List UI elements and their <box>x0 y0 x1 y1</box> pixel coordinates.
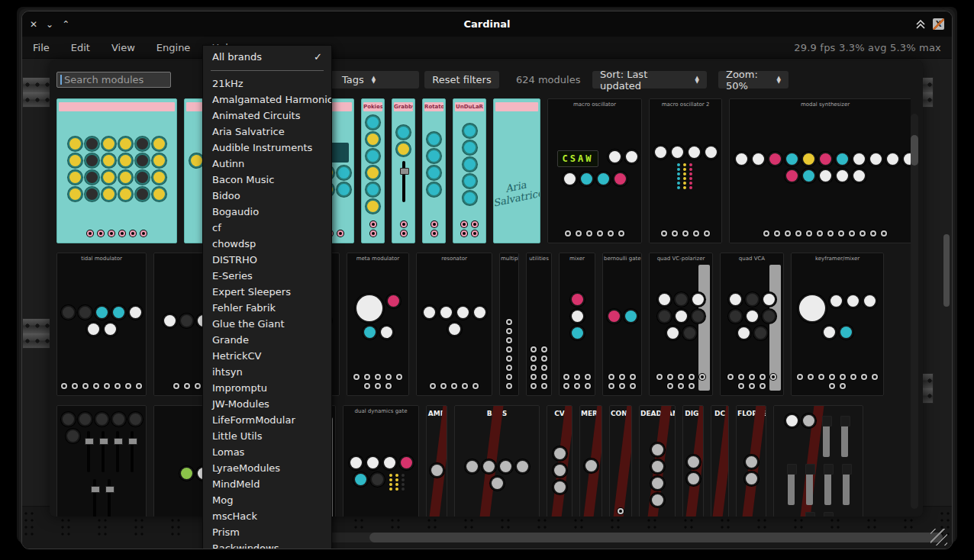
menu-item-brand[interactable]: Bogaudio <box>203 204 331 220</box>
browser-vertical-scrollbar[interactable] <box>911 114 918 509</box>
menu-edit[interactable]: Edit <box>71 42 90 53</box>
module-panel-keyframer-mixer[interactable]: keyframer/mixer <box>791 253 884 396</box>
module-panel-macro-oscillator[interactable]: macro oscillatorCSAW <box>547 98 642 243</box>
module-panel-pokies[interactable]: Pokies <box>361 98 385 243</box>
jack <box>661 230 667 237</box>
menu-file[interactable]: File <box>33 42 50 53</box>
module-panel-cv[interactable]: CV <box>547 405 572 517</box>
menu-item-brand[interactable]: chowdsp <box>203 236 331 252</box>
search-input[interactable]: Search modules <box>56 72 171 88</box>
menu-item-brand[interactable]: HetrickCV <box>203 348 331 364</box>
knob <box>652 461 663 472</box>
module-face <box>57 409 146 517</box>
close-icon[interactable]: ✕ <box>30 19 37 30</box>
knob <box>755 327 766 339</box>
sort-dropdown[interactable]: Sort: Last updated ▲▼ <box>592 71 707 89</box>
module-panel-rotatoes[interactable]: Rotatoes <box>422 98 446 243</box>
menu-item-brand[interactable]: Little Utils <box>203 428 331 444</box>
scrollbar-thumb[interactable] <box>369 533 943 542</box>
module-panel-resonator[interactable]: resonator <box>416 253 492 396</box>
menu-item-brand[interactable]: DISTRHO <box>203 252 331 268</box>
knob <box>864 295 876 307</box>
knob <box>763 311 775 322</box>
menu-item-brand[interactable]: Mog <box>203 492 331 508</box>
updown-arrows-icon: ▲▼ <box>372 76 376 84</box>
module-panel-mera[interactable]: MERA <box>579 405 602 517</box>
module-panel-bernoulli-gate[interactable]: bernoulli gate <box>602 253 642 396</box>
module-panel-macro-oscillator-2[interactable]: macro oscillator 2 <box>649 98 722 243</box>
maximize-icon[interactable]: ⌃ <box>62 19 69 30</box>
jack <box>531 356 537 362</box>
knob <box>103 172 114 183</box>
menu-item-brand[interactable]: LyraeModules <box>203 460 331 476</box>
module-panel-amp[interactable]: AMP <box>426 405 447 517</box>
jack <box>136 383 142 389</box>
module-panel-tidal-modulator[interactable]: tidal modulator <box>56 253 147 396</box>
resize-grip-icon[interactable] <box>930 529 947 546</box>
menu-item-brand[interactable]: Animated Circuits <box>203 108 331 124</box>
knob <box>803 153 814 165</box>
jack <box>872 374 878 380</box>
module-panel[interactable] <box>56 98 177 243</box>
menu-item-brand[interactable]: Impromptu <box>203 380 331 396</box>
menu-item-brand[interactable]: Glue the Giant <box>203 316 331 332</box>
module-panel-modal-synthesizer[interactable]: modal synthesizer <box>729 98 911 243</box>
menu-item-brand[interactable]: MindMeld <box>203 476 331 492</box>
menu-item-brand[interactable]: Audible Instruments <box>203 140 331 156</box>
module-panel-grabby[interactable]: Grabby <box>392 98 415 243</box>
scrollbar-thumb[interactable] <box>911 135 918 166</box>
menu-item-brand[interactable]: Autinn <box>203 156 331 172</box>
jack <box>838 230 844 237</box>
app-icon[interactable]: X <box>933 18 944 30</box>
menu-item-brand[interactable]: Rackwindows <box>203 540 331 549</box>
module-panel-deadband[interactable]: DEADBAND <box>639 405 676 517</box>
collapse-icon[interactable] <box>915 20 926 29</box>
menu-item-brand[interactable]: Prism <box>203 524 331 540</box>
jack <box>770 374 776 380</box>
zoom-dropdown[interactable]: Zoom: 50% ▲▼ <box>718 71 789 89</box>
menu-view[interactable]: View <box>111 42 135 53</box>
menu-item-brand[interactable]: E-Series <box>203 268 331 284</box>
menu-item-brand[interactable]: Amalgamated Harmonics <box>203 92 331 108</box>
menu-item-brand[interactable]: Bacon Music <box>203 172 331 188</box>
module-panel-jette[interactable]: JETTE <box>773 405 863 517</box>
rack-horizontal-scrollbar[interactable] <box>320 533 943 542</box>
menu-item-brand[interactable]: mscHack <box>203 508 331 524</box>
module-panel-multiples[interactable]: multiples <box>499 253 519 396</box>
menu-item-brand[interactable]: Expert Sleepers <box>203 284 331 300</box>
module-panel-flopper[interactable]: FLOPPER <box>736 405 766 517</box>
menu-item-brand[interactable]: JW-Modules <box>203 396 331 412</box>
rack-vertical-scrollbar[interactable] <box>943 234 950 307</box>
module-panel-bass[interactable]: BASS <box>454 405 540 517</box>
module-panel-quad-vca[interactable]: quad VCA <box>720 253 784 396</box>
module-panel-dual-dynamics-gate[interactable]: dual dynamics gate <box>343 405 419 517</box>
menu-item-brand[interactable]: ihtsyn <box>203 364 331 380</box>
minimize-icon[interactable]: ⌄ <box>46 19 53 30</box>
module-panel-mixer[interactable]: mixer <box>559 253 595 396</box>
jack <box>461 230 467 237</box>
menu-item-brand[interactable]: cf <box>203 220 331 236</box>
module-panel-segment-generator[interactable]: segment generator <box>56 405 147 517</box>
menu-item-brand[interactable]: LifeFormModular <box>203 412 331 428</box>
menu-item-brand[interactable]: 21kHz <box>203 76 331 92</box>
module-panel[interactable]: Aria Salvatrice <box>493 98 540 243</box>
module-panel-quad-vc-polarizer[interactable]: quad VC-polarizer <box>649 253 713 396</box>
module-panel-meta-modulator[interactable]: meta modulator <box>347 253 409 396</box>
menu-item-brand[interactable]: Aria Salvatrice <box>203 124 331 140</box>
module-panel-digi[interactable]: DIGI <box>682 405 704 517</box>
module-panel-undular[interactable]: UnDuLaR <box>453 98 486 243</box>
module-panel-conv[interactable]: CONV <box>609 405 632 517</box>
menu-item-all-brands[interactable]: All brands ✓ <box>203 48 331 66</box>
menu-item-brand[interactable]: Bidoo <box>203 188 331 204</box>
slider <box>116 431 119 472</box>
module-panel-dc[interactable]: DC <box>711 405 729 517</box>
reset-filters-button[interactable]: Reset filters <box>424 71 499 89</box>
menu-item-brand[interactable]: Grande <box>203 332 331 348</box>
module-title: mixer <box>560 253 595 262</box>
jack <box>506 365 512 371</box>
menu-item-brand[interactable]: Lomas <box>203 444 331 460</box>
knob <box>614 173 626 185</box>
menu-item-brand[interactable]: Fehler Fabrik <box>203 300 331 316</box>
menu-engine[interactable]: Engine <box>156 42 191 53</box>
module-panel-utilities[interactable]: utilities <box>526 253 552 396</box>
